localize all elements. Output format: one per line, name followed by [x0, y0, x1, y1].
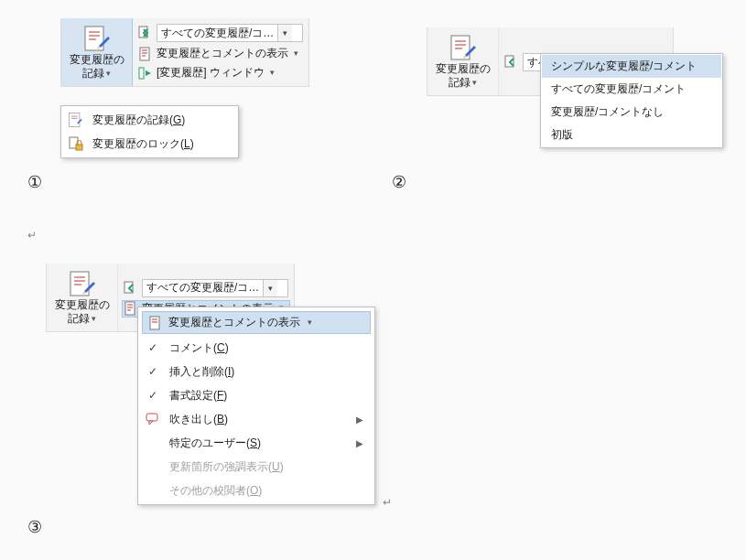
menu-label: 特定のユーザー(S): [169, 436, 261, 451]
ribbon-group-tracking-1: 変更履歴の 記録▾ すべての変更履歴/コ… ▾ 変更履歴とコメントの表示 ▾: [60, 18, 309, 87]
combo-text: すべての変更履歴/コ…: [143, 280, 263, 296]
blank-icon: [144, 458, 162, 476]
circle-2: ②: [392, 172, 406, 192]
menu-item-formatting[interactable]: ✓ 書式設定(F): [140, 383, 373, 407]
doc-markup-icon: [124, 301, 138, 316]
chevron-down-icon: ▾: [92, 314, 96, 323]
svg-rect-13: [70, 113, 80, 127]
menu-label: 変更履歴のロック(L): [92, 136, 194, 152]
svg-rect-11: [139, 68, 144, 79]
chevron-right-icon: ▶: [356, 415, 363, 425]
display-for-review-row: すべての変更履歴/コ… ▾: [122, 278, 290, 298]
svg-rect-33: [125, 302, 135, 315]
reviewing-pane-icon: [138, 66, 153, 81]
track-changes-menu: 変更履歴の記録(G) 変更履歴のロック(L): [60, 105, 239, 158]
list-item[interactable]: 初版: [542, 124, 721, 146]
track-changes-icon: [68, 269, 97, 298]
chevron-down-icon: ▾: [308, 318, 312, 327]
menu-label: 更新箇所の強調表示(U): [169, 459, 284, 475]
check-icon: ✓: [144, 362, 162, 381]
menu-label: 吹き出し(B): [169, 412, 228, 427]
menu-header-label: 変更履歴とコメントの表示: [168, 315, 300, 330]
svg-marker-12: [146, 70, 151, 76]
menu-item-highlight-updates: 更新箇所の強調表示(U): [140, 455, 373, 479]
check-icon: ✓: [144, 386, 162, 404]
blank-icon: [144, 434, 162, 452]
list-item[interactable]: すべての変更履歴/コメント: [542, 78, 721, 101]
balloon-icon: [144, 410, 162, 428]
menu-item-other-authors: その他の校閲者(O): [140, 479, 373, 502]
reviewing-pane-button[interactable]: [変更履歴] ウィンドウ ▾: [136, 64, 305, 81]
display-for-review-row: すべての変更履歴/コ… ▾: [136, 23, 305, 43]
chevron-down-icon: ▾: [106, 69, 111, 78]
combo-text: すべての変更履歴/コ…: [157, 26, 277, 41]
show-markup-menu: 変更履歴とコメントの表示 ▾ ✓ コメント(C) ✓ 挿入と削除(I) ✓ 書式…: [137, 307, 375, 505]
chevron-right-icon: ▶: [356, 438, 363, 448]
reviewing-pane-label: [変更履歴] ウィンドウ: [157, 65, 265, 81]
chevron-down-icon[interactable]: ▾: [277, 25, 292, 41]
chevron-down-icon: ▾: [294, 48, 298, 58]
menu-label: 変更履歴の記録(G): [92, 113, 185, 128]
track-changes-label: 変更履歴の 記録▾: [70, 53, 124, 81]
track-changes-label: 変更履歴の 記録▾: [436, 62, 491, 90]
list-item[interactable]: 変更履歴/コメントなし: [542, 101, 721, 124]
track-changes-icon: [449, 33, 478, 62]
track-changes-icon: [82, 24, 112, 53]
display-for-review-list: シンプルな変更履歴/コメント すべての変更履歴/コメント 変更履歴/コメントなし…: [540, 53, 723, 148]
track-changes-split-button[interactable]: 変更履歴の 記録▾: [61, 18, 133, 86]
svg-rect-18: [76, 145, 82, 150]
track-changes-icon: [67, 111, 85, 129]
doc-markup-icon: [138, 47, 153, 61]
doc-markup-icon: [148, 316, 163, 330]
circle-1: ①: [27, 172, 42, 192]
menu-item-track-changes[interactable]: 変更履歴の記録(G): [63, 108, 236, 132]
svg-marker-41: [149, 421, 153, 425]
chevron-down-icon: ▾: [472, 78, 477, 87]
menu-label: コメント(C): [169, 340, 229, 356]
lock-icon: [67, 135, 85, 153]
svg-rect-40: [146, 414, 157, 421]
menu-item-balloons[interactable]: 吹き出し(B) ▶: [140, 407, 373, 431]
blank-icon: [144, 481, 162, 500]
chevron-down-icon[interactable]: ▾: [263, 280, 277, 296]
menu-label: 挿入と削除(I): [169, 364, 234, 380]
circle-3: ③: [27, 517, 42, 537]
chevron-down-icon: ▾: [270, 68, 275, 77]
track-changes-split-button[interactable]: 変更履歴の 記録▾: [47, 264, 118, 331]
menu-item-specific-people[interactable]: 特定のユーザー(S) ▶: [140, 431, 373, 455]
display-select-icon: [504, 55, 519, 70]
svg-rect-7: [140, 48, 149, 60]
list-item[interactable]: シンプルな変更履歴/コメント: [542, 55, 721, 78]
menu-item-insert-delete[interactable]: ✓ 挿入と削除(I): [140, 360, 373, 383]
display-for-review-combo[interactable]: すべての変更履歴/コ… ▾: [142, 279, 288, 297]
tracking-stack: すべての変更履歴/コ… ▾ 変更履歴とコメントの表示 ▾ [変更履歴] ウィンド…: [133, 18, 308, 86]
menu-item-lock-tracking[interactable]: 変更履歴のロック(L): [63, 132, 236, 156]
check-icon: ✓: [144, 339, 162, 357]
display-select-icon: [138, 26, 153, 40]
menu-label: 書式設定(F): [169, 388, 227, 404]
menu-item-comments[interactable]: ✓ コメント(C): [140, 336, 373, 360]
menu-label: その他の校閲者(O): [169, 483, 262, 499]
track-changes-label: 変更履歴の 記録▾: [55, 298, 110, 326]
return-mark: ↵: [383, 496, 392, 509]
show-markup-label: 変更履歴とコメントの表示: [157, 46, 288, 61]
return-mark: ↵: [27, 229, 37, 242]
display-for-review-combo[interactable]: すべての変更履歴/コ… ▾: [157, 24, 303, 42]
display-select-icon: [124, 281, 138, 296]
track-changes-split-button[interactable]: 変更履歴の 記録▾: [427, 27, 499, 95]
show-markup-button[interactable]: 変更履歴とコメントの表示 ▾: [136, 45, 305, 62]
menu-header: 変更履歴とコメントの表示 ▾: [142, 311, 371, 334]
svg-rect-37: [150, 317, 159, 329]
